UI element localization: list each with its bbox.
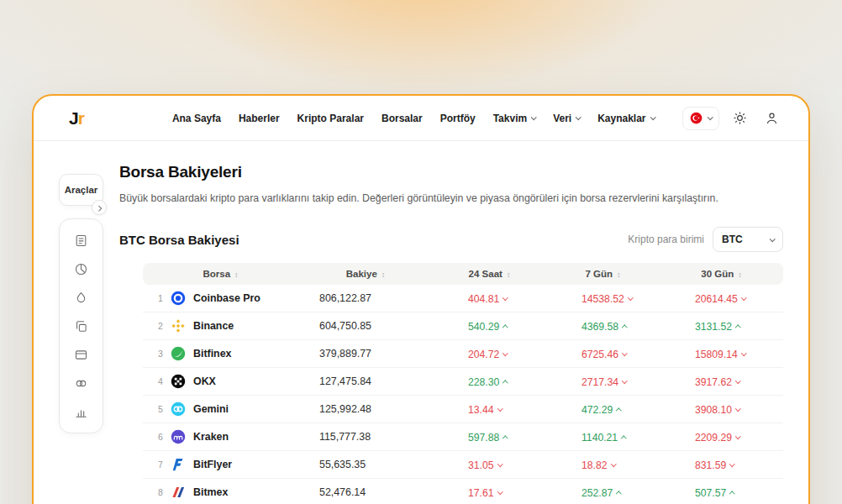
change-30d: 15809.14: [695, 349, 745, 360]
change-24h: 13.44: [468, 404, 502, 416]
language-selector[interactable]: [682, 107, 719, 130]
trend-chevron-icon: [503, 295, 508, 300]
rank: 3: [153, 349, 168, 359]
column-header-bakiye[interactable]: Bakiye: [298, 269, 433, 279]
logo[interactable]: Jr: [69, 108, 84, 129]
change-24h: 404.81: [468, 293, 508, 305]
chevron-down-icon: [650, 114, 655, 120]
trend-chevron-icon: [729, 491, 734, 496]
rank: 2: [153, 321, 168, 331]
user-icon: [765, 111, 779, 125]
change-24h: 17.61: [468, 487, 502, 499]
main-content: Borsa Bakiyeleri Büyük borsalardaki krip…: [119, 163, 783, 504]
kraken-icon: [171, 429, 186, 444]
app-card: Jr Ana Sayfa Haberler Kripto Paralar Bor…: [32, 94, 810, 504]
table-row[interactable]: 2 Binance 604,750.85 540.29 4369.58 3131…: [143, 312, 783, 340]
rank: 6: [153, 432, 168, 442]
nav-kripto-paralar[interactable]: Kripto Paralar: [297, 113, 364, 124]
balance-value: 127,475.84: [298, 375, 433, 387]
nav-haberler[interactable]: Haberler: [239, 113, 280, 124]
change-30d: 507.57: [695, 487, 734, 499]
balance-value: 125,992.48: [298, 403, 433, 415]
currency-picker-label: Kripto para birimi: [628, 234, 704, 245]
column-header-30gun[interactable]: 30 Gün: [660, 269, 783, 279]
nav-borsalar[interactable]: Borsalar: [382, 113, 423, 124]
nav-veri[interactable]: Veri: [553, 113, 580, 124]
bitflyer-icon: [171, 457, 186, 472]
change-7d: 14538.52: [582, 293, 632, 305]
nav-takvim[interactable]: Takvim: [493, 113, 535, 124]
page-title: Borsa Bakiyeleri: [119, 163, 783, 181]
exchange-name: Bitfinex: [193, 348, 231, 360]
column-label: 30 Gün: [701, 269, 734, 279]
trend-chevron-icon: [735, 406, 740, 411]
sort-icon: [382, 269, 386, 279]
trend-chevron-icon: [729, 461, 734, 466]
sidebar-item-trending[interactable]: [60, 283, 103, 312]
trend-chevron-icon: [735, 378, 740, 383]
column-label: 7 Gün: [585, 269, 613, 279]
trend-chevron-icon: [622, 350, 627, 355]
table-header-row: Borsa Bakiye 24 Saat 7 Gün 30 Gün: [143, 263, 783, 285]
change-7d: 252.87: [582, 487, 621, 499]
balance-value: 604,750.85: [298, 320, 433, 332]
sun-icon: [733, 111, 747, 125]
currency-select[interactable]: BTC: [713, 227, 783, 252]
table-row[interactable]: 5 Gemini 125,992.48 13.44 472.29 3908.10: [143, 396, 783, 423]
change-30d: 3908.10: [695, 404, 740, 416]
table-row[interactable]: 4 OKX 127,475.84 228.30 2717.34 3917.62: [143, 368, 783, 396]
trend-chevron-icon: [497, 489, 503, 494]
change-30d: 831.59: [695, 459, 734, 471]
trend-chevron-icon: [735, 433, 740, 438]
balance-value: 115,777.38: [298, 431, 433, 443]
logo-letter-1: J: [69, 108, 78, 128]
flame-icon: [74, 291, 88, 305]
change-30d: 3917.62: [695, 376, 740, 388]
binance-icon: [171, 318, 186, 333]
change-24h: 540.29: [468, 321, 508, 333]
change-24h: 597.88: [468, 432, 508, 444]
bitfinex-icon: [171, 346, 186, 361]
change-24h: 228.30: [468, 376, 508, 388]
currency-select-value: BTC: [722, 234, 743, 245]
column-header-borsa[interactable]: Borsa: [143, 269, 298, 279]
nav-portfoy[interactable]: Portföy: [440, 113, 476, 124]
table-row[interactable]: 3 Bitfinex 379,889.77 204.72 6725.46 158…: [143, 340, 783, 368]
links-icon: [74, 376, 88, 391]
header-actions: [682, 107, 783, 130]
sidebar-item-allocation[interactable]: [60, 255, 103, 283]
logo-letter-2: r: [78, 108, 84, 128]
nav-kaynaklar[interactable]: Kaynaklar: [597, 113, 654, 124]
trend-chevron-icon: [741, 350, 746, 355]
sidebar-item-wallet[interactable]: [60, 340, 103, 369]
change-24h: 204.72: [468, 349, 508, 360]
trend-chevron-icon: [616, 408, 621, 413]
trend-chevron-icon: [741, 295, 746, 300]
column-header-24saat[interactable]: 24 Saat: [433, 269, 546, 279]
sidebar-item-compare[interactable]: [60, 312, 103, 340]
main-nav: Ana Sayfa Haberler Kripto Paralar Borsal…: [172, 113, 655, 124]
exchange-name: BitFlyer: [193, 459, 232, 470]
chevron-right-icon: [96, 205, 102, 211]
table-row[interactable]: 1 Coinbase Pro 806,122.87 404.81 14538.5…: [143, 285, 783, 312]
theme-toggle-button[interactable]: [728, 107, 751, 130]
trend-chevron-icon: [622, 378, 627, 383]
document-icon: [74, 234, 88, 248]
sidebar-expand-button[interactable]: [92, 200, 107, 215]
account-button[interactable]: [760, 107, 783, 130]
sidebar-item-links[interactable]: [60, 369, 103, 397]
exchange-name: OKX: [193, 375, 216, 387]
table-row[interactable]: 8 Bitmex 52,476.14 17.61 252.87 507.57: [143, 479, 783, 504]
change-30d: 20614.45: [695, 293, 745, 305]
trend-chevron-icon: [503, 325, 508, 330]
column-label: Borsa: [203, 269, 230, 279]
table-row[interactable]: 7 BitFlyer 55,635.35 31.05 18.82 831.59: [143, 451, 783, 479]
sidebar-item-news[interactable]: [60, 226, 103, 255]
nav-takvim-label: Takvim: [493, 113, 527, 124]
rank: 8: [153, 487, 168, 497]
sort-icon: [234, 269, 239, 279]
table-row[interactable]: 6 Kraken 115,777.38 597.88 1140.21 2209.…: [143, 423, 783, 451]
nav-ana-sayfa[interactable]: Ana Sayfa: [172, 113, 221, 124]
column-header-7gun[interactable]: 7 Gün: [546, 269, 660, 279]
sidebar-item-stats[interactable]: [60, 397, 103, 426]
